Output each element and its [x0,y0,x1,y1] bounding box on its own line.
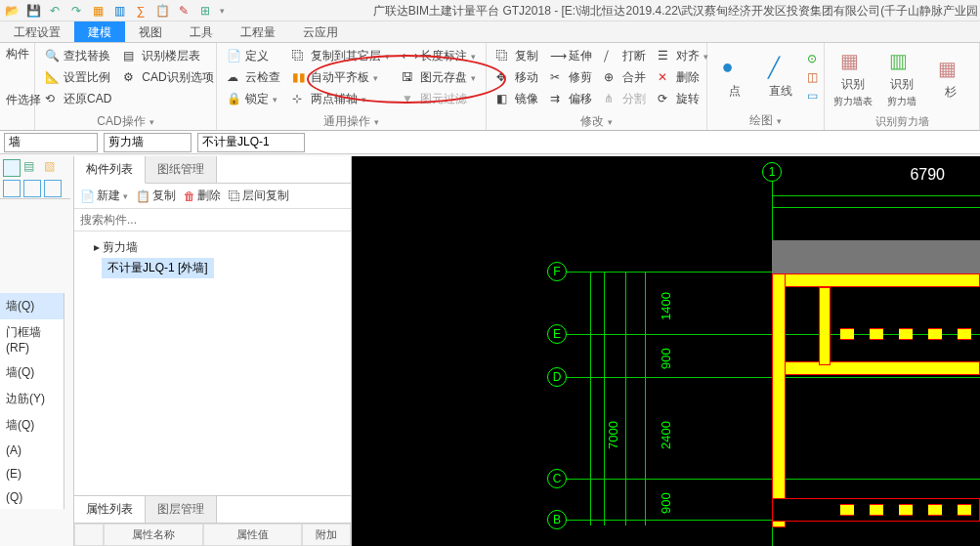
btn-trim[interactable]: ✂修剪 [546,68,596,87]
qat-save-icon[interactable]: 💾 [25,3,41,19]
tab-drawing-mgmt[interactable]: 图纸管理 [146,156,217,183]
btn-delete[interactable]: ✕删除 [654,68,712,87]
tree-root[interactable]: ▸ 剪力墙 [80,237,345,258]
btn-elem-save[interactable]: 🖫图元存盘▾ [398,68,480,87]
btn-point[interactable]: ●点 [713,56,755,100]
split-icon: ⋔ [604,92,619,107]
menu-tab-tools[interactable]: 工具 [176,21,227,42]
sel-category[interactable]: 墙 [4,133,98,152]
btn-copy-layer[interactable]: ⿻复制到其它层▾ [288,47,394,65]
sel-component[interactable]: 不计量JLQ-1 [197,133,305,152]
btn-set-scale[interactable]: 📐设置比例 [41,68,115,87]
btn-recognize-3[interactable]: ▦杉 [928,57,973,101]
menu-tab-quantity[interactable]: 工程量 [227,21,289,42]
btn-move[interactable]: ✥移动 [492,68,542,87]
btn-extend[interactable]: ⟶延伸 [546,47,596,65]
left-item-5[interactable]: (A) [0,439,64,462]
recognize-wall-icon: ▥ [889,49,915,74]
btn-new[interactable]: 📄新建▾ [80,188,128,204]
dim-900a: 900 [659,348,673,369]
save-elem-icon: 🖫 [402,70,417,86]
btn-del2[interactable]: 🗑删除 [184,188,221,204]
btn-copy2[interactable]: 📋复制 [136,188,176,204]
trim-icon: ✂ [550,70,566,86]
qat-icon8[interactable]: 📋 [154,3,170,19]
qat-icon9[interactable]: ✎ [176,3,192,19]
qat-more-icon[interactable]: ▾ [220,6,225,16]
btn-auto-align[interactable]: ▮▮自动平齐板▾ [288,68,394,87]
menu-tab-view[interactable]: 视图 [125,21,176,42]
recognize-table-icon: ▦ [840,49,866,74]
qat-icon10[interactable]: ⊞ [197,3,213,19]
left-item-6[interactable]: (E) [0,462,64,485]
btn-restore-cad[interactable]: ⟲还原CAD [41,90,115,108]
tab-prop-list[interactable]: 属性列表 [74,496,146,523]
btn-rotate[interactable]: ⟳旋转 [654,90,712,108]
break-icon: ⧸ [604,49,619,64]
lico6[interactable] [44,180,62,197]
left-item-7[interactable]: (Q) [0,485,64,509]
axis-icon: ⊹ [292,92,308,107]
qat-undo-icon[interactable]: ↶ [47,3,63,19]
delete-icon: ✕ [658,70,673,86]
sel-type[interactable]: 剪力墙 [104,133,192,152]
btn-length-dim[interactable]: ⟷长度标注▾ [398,47,480,65]
btn-two-point-axis[interactable]: ⊹两点辅轴▾ [288,90,394,108]
left-icon-grid: ▤ ▧ [0,156,70,199]
btn-align[interactable]: ☰对齐▾ [654,47,712,65]
tab-layer-mgmt[interactable]: 图层管理 [146,496,217,523]
btn-recognize-wall[interactable]: ▥识别剪力墙 [879,49,924,108]
offset-icon: ⇉ [550,92,566,107]
menu-tab-settings[interactable]: 工程设置 [0,21,74,42]
menu-tab-cloud[interactable]: 云应用 [289,21,352,42]
lico3[interactable]: ▧ [44,159,62,177]
btn-break[interactable]: ⧸打断 [600,47,650,65]
btn-offset[interactable]: ⇉偏移 [546,90,596,108]
draw-mini1[interactable]: ⊙ [807,52,818,65]
btn-line[interactable]: ╱直线 [759,56,801,100]
btn-find-replace[interactable]: 🔍查找替换 [41,47,115,65]
btn-cad-options[interactable]: ⚙CAD识别选项 [119,68,217,87]
left-item-4[interactable]: 墙(Q) [0,412,64,439]
left-cropped-1[interactable]: 构件 [0,43,49,65]
draw-mini2[interactable]: ◫ [807,70,818,84]
btn-recognize-table[interactable]: ▦识别剪力墙表 [831,49,875,108]
btn-cloud-check[interactable]: ☁云检查 [223,68,284,87]
qat-icon7[interactable]: ∑ [133,3,149,19]
main-menu: 工程设置 建模 视图 工具 工程量 云应用 [0,21,980,43]
btn-lock[interactable]: 🔒锁定▾ [223,90,284,108]
mirror-icon: ◧ [496,92,512,107]
btn-layercopy[interactable]: ⿻层间复制 [229,188,289,204]
menu-tab-model[interactable]: 建模 [74,21,125,42]
qat-redo-icon[interactable]: ↷ [68,3,84,19]
del2-icon: 🗑 [184,189,195,203]
prop-h2: 属性值 [203,524,303,546]
ribbon-label-cad: CAD操作 ▾ [35,112,216,131]
left-item-1[interactable]: 门框墙(RF) [0,319,64,359]
left-cropped-2[interactable]: 件选择 [0,89,49,111]
tree-leaf[interactable]: 不计量JLQ-1 [外墙] [102,258,214,278]
lico5[interactable] [23,180,41,197]
lico2[interactable]: ▤ [23,159,41,177]
left-item-3[interactable]: 边筋(Y) [0,386,64,412]
grid-B: B [547,510,567,529]
btn-mirror[interactable]: ◧镜像 [492,90,542,108]
lico4[interactable] [3,180,21,197]
draw-mini3[interactable]: ▭ [807,89,818,103]
left-item-0[interactable]: 墙(Q) [0,293,64,319]
component-search[interactable] [74,209,351,231]
lico1[interactable] [3,159,21,177]
left-item-2[interactable]: 墙(Q) [0,359,64,386]
btn-merge[interactable]: ⊕合并 [600,68,650,87]
qat-icon6[interactable]: ▥ [111,3,127,19]
btn-elem-filter[interactable]: ▼图元过滤 [398,90,480,108]
qat-icon5[interactable]: ▦ [90,3,106,19]
btn-copy[interactable]: ⿻复制 [492,47,542,65]
grid-bubble-1: 1 [762,162,782,182]
btn-floor-table[interactable]: ▤识别楼层表 [119,47,217,65]
tab-component-list[interactable]: 构件列表 [74,156,146,184]
drawing-canvas[interactable]: 1 6790 F E D C B 1400 900 2400 900 7000 [352,156,980,546]
btn-define[interactable]: 📄定义 [223,47,284,65]
qat-open-icon[interactable]: 📂 [4,3,20,19]
btn-split[interactable]: ⋔分割 [600,90,650,108]
